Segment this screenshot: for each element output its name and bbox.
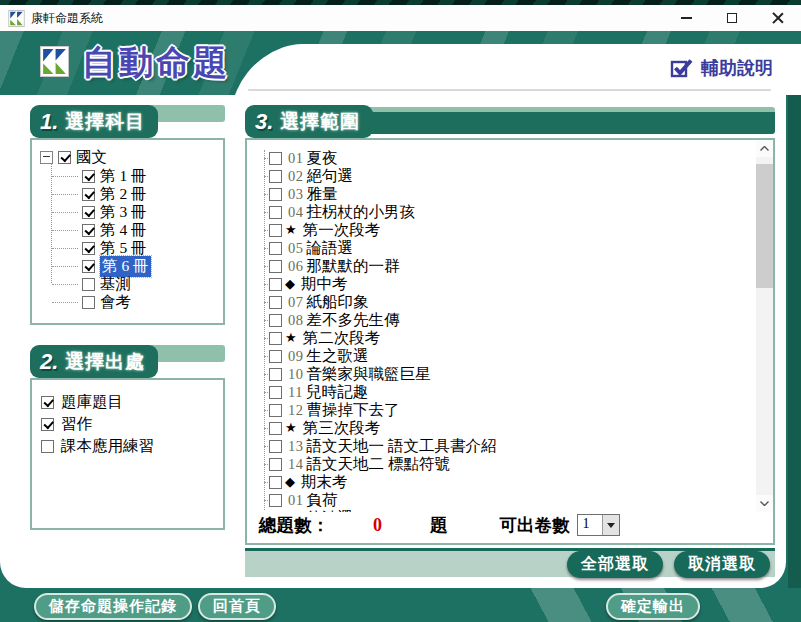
scope-row[interactable]: ★ 第二次段考	[247, 329, 773, 347]
bottom-band: 儲存命題操作記錄 回首頁 確定輸出	[0, 588, 801, 622]
questions-unit-label: 題	[430, 513, 448, 537]
close-button[interactable]	[755, 5, 801, 31]
scope-row[interactable]: 02 絕句選	[247, 167, 773, 185]
tree-item-checkbox[interactable]	[82, 188, 95, 201]
scope-row[interactable]: 14 語文天地二 標點符號	[247, 455, 773, 473]
right-edge-decor	[788, 95, 801, 588]
lesson-number: 05	[288, 240, 304, 257]
tree-row[interactable]: 第 2 冊	[82, 185, 219, 203]
tree-item-checkbox[interactable]	[82, 206, 95, 219]
subject-root-checkbox[interactable]	[58, 151, 71, 164]
scope-row[interactable]: 08 差不多先生傳	[247, 311, 773, 329]
scope-row[interactable]: 03 雅量	[247, 185, 773, 203]
scope-checkbox[interactable]	[269, 314, 282, 327]
save-log-button[interactable]: 儲存命題操作記錄	[34, 593, 192, 620]
scope-row[interactable]: ◆ 期中考	[247, 275, 773, 293]
scope-row[interactable]: 11 兒時記趣	[247, 383, 773, 401]
panel-source-number: 2.	[40, 349, 58, 375]
deselect-all-button[interactable]: 取消選取	[674, 551, 770, 578]
scrollbar[interactable]	[756, 140, 773, 512]
scope-row[interactable]: 07 紙船印象	[247, 293, 773, 311]
tree-row[interactable]: 會考	[82, 293, 219, 311]
scope-row[interactable]: ★ 第三次段考	[247, 419, 773, 437]
lesson-number: 03	[288, 186, 304, 203]
scope-row[interactable]: 06 那默默的一群	[247, 257, 773, 275]
tree-row[interactable]: 第 4 冊	[82, 221, 219, 239]
scope-row[interactable]: ★ 第一次段考	[247, 221, 773, 239]
tree-item-checkbox[interactable]	[82, 278, 95, 291]
window-title: 康軒命題系統	[31, 10, 103, 27]
scope-checkbox[interactable]	[269, 368, 282, 381]
scope-checkbox[interactable]	[269, 260, 282, 273]
source-row[interactable]: 習作	[41, 413, 217, 435]
source-row[interactable]: 課本應用練習	[41, 435, 217, 457]
tree-item-checkbox[interactable]	[82, 242, 95, 255]
source-checkbox[interactable]	[41, 440, 54, 453]
source-checkbox[interactable]	[41, 418, 54, 431]
maximize-button[interactable]	[709, 5, 755, 31]
scope-row[interactable]: 12 曹操掉下去了	[247, 401, 773, 419]
panel-subject-header: 1. 選擇科目	[30, 105, 225, 138]
tree-item-checkbox[interactable]	[82, 170, 95, 183]
scope-checkbox[interactable]	[269, 332, 282, 345]
scope-checkbox[interactable]	[269, 152, 282, 165]
tree-row[interactable]: 第 3 冊	[82, 203, 219, 221]
scope-row[interactable]: 09 生之歌選	[247, 347, 773, 365]
panel-source-title-box: 2. 選擇出處	[30, 345, 158, 378]
source-label[interactable]: 題庫題目	[61, 392, 123, 413]
summary-row: 總題數： 0 題 可出卷數 1	[247, 507, 773, 543]
scope-checkbox[interactable]	[269, 188, 282, 201]
scope-checkbox[interactable]	[269, 224, 282, 237]
scope-checkbox[interactable]	[269, 458, 282, 471]
scope-row[interactable]: 10 音樂家與職籃巨星	[247, 365, 773, 383]
scope-checkbox[interactable]	[269, 440, 282, 453]
panel-scope: 01 夏夜 02 絕句選 03 雅量 04 拄柺杖的小男孩 ★ 第一次段考 05…	[245, 138, 775, 545]
scope-row[interactable]: 13 語文天地一 語文工具書介紹	[247, 437, 773, 455]
source-row[interactable]: 題庫題目	[41, 391, 217, 413]
scope-row[interactable]: ◆ 期末考	[247, 473, 773, 491]
maximize-icon	[727, 13, 737, 23]
tree-item-checkbox[interactable]	[82, 296, 95, 309]
scope-checkbox[interactable]	[269, 296, 282, 309]
tree-row[interactable]: 第 6 冊	[82, 257, 219, 275]
lesson-number: 06	[288, 258, 304, 275]
tree-row[interactable]: 第 1 冊	[82, 167, 219, 185]
collapse-toggle-icon[interactable]	[40, 151, 53, 164]
tree-row[interactable]: 第 5 冊	[82, 239, 219, 257]
scope-checkbox[interactable]	[269, 350, 282, 363]
scope-checkbox[interactable]	[269, 278, 282, 291]
subject-tree: 國文 第 1 冊 第 2 冊 第 3 冊 第 4 冊 第 5 冊 第 6 冊 基…	[32, 140, 223, 311]
papers-count-dropdown[interactable]: 1	[577, 514, 620, 536]
tree-row[interactable]: 基測	[82, 275, 219, 293]
scope-checkbox[interactable]	[269, 404, 282, 417]
scope-checkbox[interactable]	[269, 242, 282, 255]
scroll-thumb[interactable]	[756, 164, 773, 288]
scope-checkbox[interactable]	[269, 206, 282, 219]
scope-row[interactable]: 01 夏夜	[247, 149, 773, 167]
minimize-button[interactable]	[663, 5, 709, 31]
scope-row[interactable]: 05 論語選	[247, 239, 773, 257]
tree-item-checkbox[interactable]	[82, 260, 95, 273]
scope-row[interactable]: 04 拄柺杖的小男孩	[247, 203, 773, 221]
lesson-number: 07	[288, 294, 304, 311]
scope-checkbox[interactable]	[269, 422, 282, 435]
source-checkbox[interactable]	[41, 396, 54, 409]
scope-checkbox[interactable]	[269, 494, 282, 507]
lesson-number: 12	[288, 402, 304, 419]
kangxuan-logo-icon	[40, 46, 69, 81]
tree-item-checkbox[interactable]	[82, 224, 95, 237]
source-label[interactable]: 習作	[61, 414, 92, 435]
lesson-number: 04	[288, 204, 304, 221]
scope-checkbox[interactable]	[269, 170, 282, 183]
help-link[interactable]: 輔助說明	[670, 56, 773, 80]
scroll-up-button[interactable]	[756, 140, 773, 157]
home-button[interactable]: 回首頁	[198, 593, 276, 620]
dropdown-button[interactable]	[602, 515, 619, 535]
scope-checkbox[interactable]	[269, 476, 282, 489]
select-all-button[interactable]: 全部選取	[567, 551, 663, 578]
source-label[interactable]: 課本應用練習	[61, 436, 154, 457]
tree-item-label[interactable]: 會考	[100, 292, 131, 313]
scope-checkbox[interactable]	[269, 386, 282, 399]
confirm-output-button[interactable]: 確定輸出	[606, 593, 700, 620]
tree-root-row[interactable]: 國文	[40, 148, 219, 167]
